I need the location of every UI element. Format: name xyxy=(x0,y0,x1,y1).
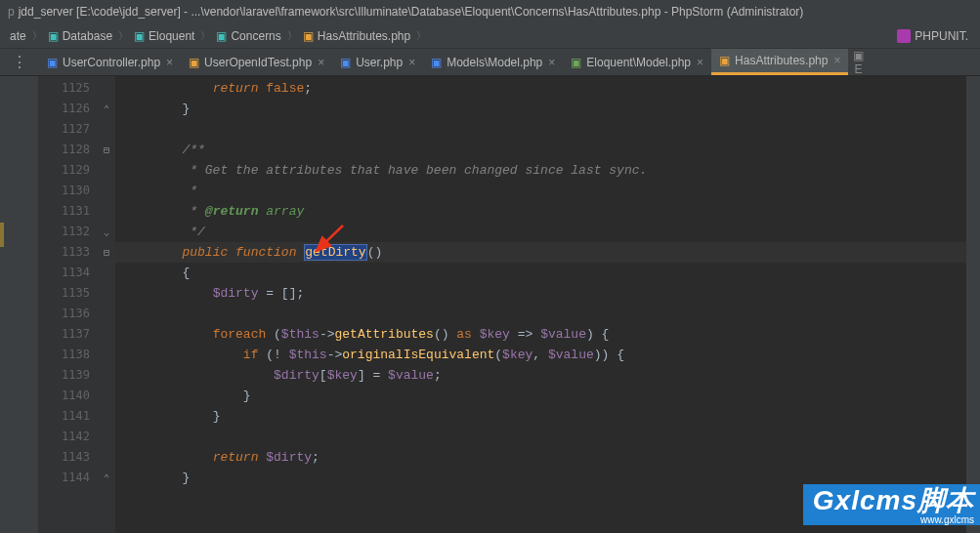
breadcrumb-label: ate xyxy=(10,29,26,43)
code-editor[interactable]: return false; } /** * Get the attributes… xyxy=(115,76,966,533)
breadcrumb-bar: ate 〉 ▣ Database 〉 ▣ Eloquent 〉 ▣ Concer… xyxy=(0,23,980,49)
tab-label: User.php xyxy=(356,56,403,69)
watermark-main: Gxlcms脚本 xyxy=(813,485,974,515)
chevron-right-icon: 〉 xyxy=(32,29,42,43)
breadcrumb-label: Database xyxy=(63,29,112,43)
editor-tab[interactable]: ▣ UserOpenIdTest.php × xyxy=(181,49,332,75)
close-icon[interactable]: × xyxy=(697,56,703,69)
code-line: * @return array xyxy=(115,201,966,222)
code-line: return false; xyxy=(115,78,966,99)
php-file-icon: ▣ xyxy=(571,56,581,69)
fold-marker xyxy=(98,78,115,99)
chevron-right-icon: 〉 xyxy=(287,29,297,43)
code-line: */ xyxy=(115,222,966,242)
line-number: 1140 xyxy=(39,386,98,406)
close-icon[interactable]: × xyxy=(408,56,415,69)
breadcrumb-label: HasAttributes.php xyxy=(318,29,410,43)
breadcrumb-item[interactable]: ▣ HasAttributes.php xyxy=(301,29,412,43)
window-title: jdd_server [E:\code\jdd_server] - ...\ve… xyxy=(19,5,804,19)
tab-overflow[interactable]: ▣ E xyxy=(848,49,868,76)
php-file-icon: ▣ xyxy=(47,56,58,69)
breadcrumb-item[interactable]: ▣ Eloquent xyxy=(132,29,196,43)
line-number: 1132 xyxy=(39,222,98,242)
code-line: $dirty = []; xyxy=(115,283,966,304)
code-line: } xyxy=(115,406,966,427)
line-number: 1127 xyxy=(39,119,98,140)
code-line: } xyxy=(115,99,966,119)
highlighted-function: getDirty xyxy=(304,244,366,261)
fold-start-icon[interactable]: ⊟ xyxy=(98,242,115,263)
code-line: } xyxy=(115,386,966,406)
editor-tab[interactable]: ▣ Models\Model.php × xyxy=(423,49,563,75)
code-line xyxy=(115,119,966,140)
code-line: * xyxy=(115,181,966,201)
tab-label: UserController.php xyxy=(63,56,160,69)
breadcrumb-item[interactable]: ▣ Concerns xyxy=(214,29,282,43)
app-icon: p xyxy=(8,5,15,19)
close-icon[interactable]: × xyxy=(833,54,840,67)
editor-tab[interactable]: ▣ User.php × xyxy=(332,49,423,75)
code-line: return $dirty; xyxy=(115,447,966,468)
tool-window-strip[interactable] xyxy=(0,76,39,533)
line-number: 1126 xyxy=(39,99,98,119)
folder-icon: ▣ xyxy=(216,29,227,43)
line-number: 1139 xyxy=(39,365,98,386)
php-file-icon: ▣ xyxy=(189,56,199,69)
line-number: 1133 xyxy=(39,242,98,263)
breadcrumb-label: Concerns xyxy=(231,29,280,43)
line-number-gutter[interactable]: 1125 1126 1127 1128 1129 1130 1131 1132 … xyxy=(39,76,98,533)
line-number: 1137 xyxy=(39,324,98,345)
chevron-right-icon: 〉 xyxy=(416,29,426,43)
breadcrumb-item[interactable]: ▣ Database xyxy=(46,29,114,43)
line-number: 1141 xyxy=(39,406,98,427)
line-number: 1136 xyxy=(39,304,98,324)
php-file-icon: ▣ xyxy=(340,56,351,69)
editor-tabs: ⋮ ▣ UserController.php × ▣ UserOpenIdTes… xyxy=(0,49,980,76)
php-file-icon: ▣ xyxy=(431,56,442,69)
editor-area: 1125 1126 1127 1128 1129 1130 1131 1132 … xyxy=(0,76,980,533)
breadcrumb-item[interactable]: ate xyxy=(8,29,28,43)
code-line-current: public function getDirty() xyxy=(115,242,966,263)
fold-end-icon[interactable]: ⌄ xyxy=(98,222,115,242)
line-number: 1138 xyxy=(39,345,98,365)
php-file-icon: ▣ xyxy=(719,54,730,67)
code-line xyxy=(115,427,966,447)
editor-tab-active[interactable]: ▣ HasAttributes.php × xyxy=(711,49,848,75)
vertical-scrollbar[interactable] xyxy=(966,76,980,533)
fold-start-icon[interactable]: ⊟ xyxy=(98,140,115,160)
code-line: $dirty[$key] = $value; xyxy=(115,365,966,386)
phpunit-config[interactable]: PHPUNIT. xyxy=(897,29,972,43)
tab-label: Eloquent\Model.php xyxy=(586,56,691,69)
change-marker xyxy=(0,223,4,247)
line-number: 1125 xyxy=(39,78,98,99)
editor-tab[interactable]: ▣ Eloquent\Model.php × xyxy=(563,49,711,75)
chevron-right-icon: 〉 xyxy=(118,29,128,43)
phpunit-label: PHPUNIT. xyxy=(915,29,968,43)
menu-icon[interactable]: ⋮ xyxy=(12,53,27,71)
watermark: Gxlcms脚本 www.gxlcms xyxy=(803,484,980,525)
editor-tab[interactable]: ▣ UserController.php × xyxy=(39,49,181,75)
tab-label: UserOpenIdTest.php xyxy=(204,56,312,69)
code-line xyxy=(115,304,966,324)
code-line: * Get the attributes that have been chan… xyxy=(115,160,966,181)
code-line: { xyxy=(115,263,966,283)
close-icon[interactable]: × xyxy=(166,56,173,69)
php-file-icon: ▣ xyxy=(303,29,314,43)
fold-end-icon[interactable]: ⌃ xyxy=(98,468,115,488)
phpunit-icon xyxy=(897,29,911,43)
close-icon[interactable]: × xyxy=(548,56,555,69)
line-number: 1144 xyxy=(39,468,98,488)
code-line: /** xyxy=(115,140,966,160)
line-number: 1131 xyxy=(39,201,98,222)
line-number: 1135 xyxy=(39,283,98,304)
line-number: 1142 xyxy=(39,427,98,447)
fold-end-icon[interactable]: ⌃ xyxy=(98,99,115,119)
line-number: 1129 xyxy=(39,160,98,181)
line-number: 1134 xyxy=(39,263,98,283)
line-number: 1143 xyxy=(39,447,98,468)
watermark-sub: www.gxlcms xyxy=(813,514,974,525)
code-line: if (! $this->originalIsEquivalent($key, … xyxy=(115,345,966,365)
close-icon[interactable]: × xyxy=(318,56,324,69)
fold-gutter[interactable]: ⌃ ⊟ ⌄ ⊟ ⌃ xyxy=(98,76,115,533)
tab-label: HasAttributes.php xyxy=(735,54,828,67)
